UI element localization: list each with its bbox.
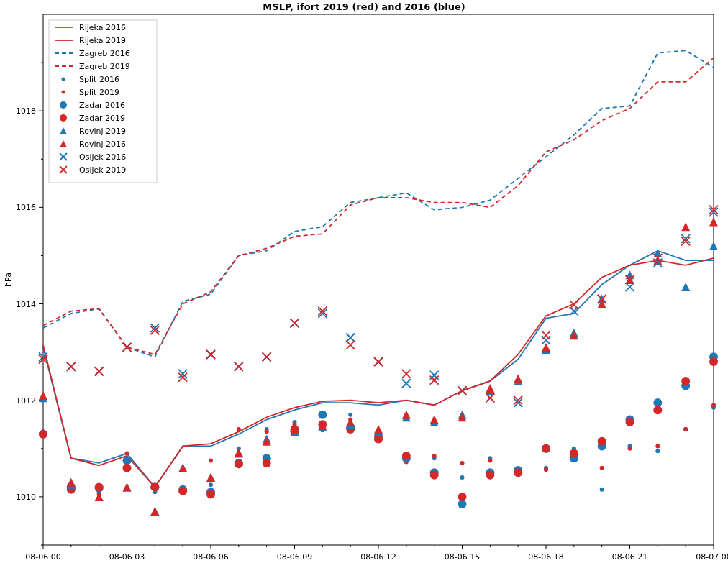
marker-x	[235, 362, 243, 371]
marker-x	[291, 319, 299, 327]
marker-dot	[570, 449, 578, 458]
marker-dot	[39, 430, 47, 439]
chart-title: MSLP, ifort 2019 (red) and 2016 (blue)	[263, 1, 465, 12]
marker-dot	[209, 482, 213, 487]
y-tick-label: 1014	[16, 300, 36, 309]
svg-point-48	[60, 114, 67, 122]
x-tick-label: 08-06 15	[445, 552, 480, 562]
marker-triangle	[681, 222, 690, 231]
marker-triangle	[681, 283, 690, 291]
marker-x	[67, 362, 76, 371]
marker-dot	[265, 429, 269, 434]
marker-dot	[655, 444, 660, 448]
series-line	[43, 251, 714, 488]
marker-dot	[542, 444, 550, 453]
x-tick-label: 08-06 06	[193, 552, 228, 562]
marker-dot	[544, 467, 548, 472]
legend-label: Split 2016	[79, 75, 119, 84]
marker-x	[430, 376, 439, 385]
marker-dot	[178, 487, 187, 495]
marker-triangle	[206, 473, 215, 482]
marker-dot	[95, 482, 104, 491]
marker-triangle	[514, 375, 522, 383]
marker-dot	[711, 403, 716, 407]
y-axis-label: hPa	[4, 273, 13, 287]
marker-dot	[206, 490, 215, 499]
marker-dot	[460, 461, 465, 465]
marker-dot	[150, 482, 159, 491]
marker-dot	[318, 411, 327, 419]
marker-dot	[402, 452, 411, 460]
y-tick-label: 1010	[16, 493, 36, 502]
svg-point-45	[62, 78, 65, 81]
marker-x	[542, 331, 550, 339]
legend-label: Zadar 2016	[79, 101, 125, 110]
marker-x	[402, 370, 411, 378]
marker-dot	[653, 406, 662, 414]
marker-dot	[430, 471, 439, 480]
marker-triangle	[374, 425, 383, 434]
legend-label: Rijeka 2019	[79, 36, 126, 45]
marker-x	[263, 352, 271, 361]
marker-dot	[209, 459, 213, 463]
legend-label: Osijek 2019	[79, 165, 126, 175]
marker-dot	[683, 427, 688, 431]
x-tick-label: 08-06 18	[528, 552, 563, 562]
marker-x	[95, 367, 104, 375]
marker-triangle	[542, 343, 550, 352]
marker-dot	[458, 493, 467, 501]
marker-dot	[125, 452, 129, 456]
marker-x	[430, 371, 439, 380]
legend-label: Zagreb 2016	[79, 49, 130, 58]
marker-x	[346, 334, 355, 342]
marker-dot	[237, 427, 241, 431]
marker-dot	[123, 464, 132, 472]
x-tick-label: 08-06 09	[277, 552, 312, 562]
y-tick-label: 1016	[16, 203, 36, 212]
marker-triangle	[486, 384, 494, 393]
marker-dot	[600, 466, 604, 470]
marker-triangle	[346, 418, 355, 426]
legend-label: Zadar 2019	[79, 114, 125, 123]
marker-triangle	[430, 416, 439, 424]
marker-x	[123, 343, 132, 352]
x-tick-label: 08-07 00	[696, 552, 728, 562]
marker-dot	[709, 357, 718, 366]
marker-dot	[655, 449, 660, 453]
marker-triangle	[67, 478, 76, 487]
marker-dot	[626, 418, 634, 426]
marker-triangle	[235, 448, 243, 457]
x-tick-label: 08-06 21	[612, 552, 647, 562]
marker-triangle	[95, 493, 104, 501]
marker-triangle	[402, 411, 411, 419]
marker-x	[374, 357, 383, 366]
marker-triangle	[150, 507, 159, 516]
marker-dot	[600, 488, 604, 492]
legend-label: Zagreb 2019	[79, 62, 130, 71]
marker-dot	[681, 377, 690, 385]
marker-dot	[628, 447, 632, 451]
marker-dot	[235, 459, 243, 468]
marker-triangle	[123, 482, 132, 491]
marker-triangle	[709, 217, 718, 226]
marker-dot	[486, 471, 494, 480]
marker-triangle	[178, 464, 187, 472]
x-tick-label: 08-06 03	[109, 552, 145, 562]
marker-dot	[488, 459, 492, 463]
x-tick-label: 08-06 00	[25, 552, 60, 562]
marker-dot	[432, 454, 437, 458]
marker-x	[206, 350, 215, 359]
marker-dot	[263, 459, 271, 467]
legend-label: Split 2019	[79, 88, 119, 97]
y-tick-label: 1012	[16, 396, 36, 406]
svg-point-47	[60, 101, 67, 109]
marker-triangle	[39, 391, 47, 400]
marker-dot	[460, 475, 465, 480]
legend-label: Rovinj 2016	[79, 139, 126, 149]
legend-label: Rovinj 2019	[79, 127, 126, 136]
marker-dot	[514, 468, 522, 477]
marker-x	[346, 341, 355, 349]
marker-x	[402, 379, 411, 388]
marker-triangle	[709, 242, 718, 250]
marker-x	[458, 386, 467, 395]
